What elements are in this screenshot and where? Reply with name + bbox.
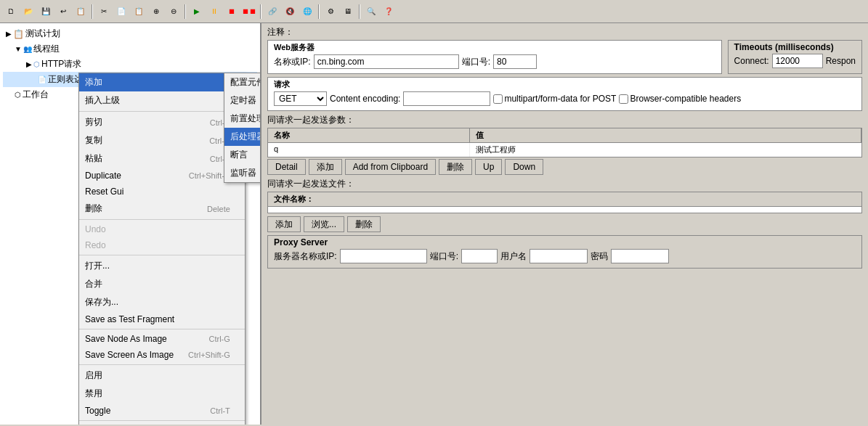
add-submenu-timer[interactable]: 定时器 ▶: [224, 91, 261, 110]
menu-save-fragment[interactable]: Save as Test Fragment: [79, 311, 245, 327]
toolbar-run-stop[interactable]: ⏸: [206, 4, 222, 20]
browser-compat-checkbox[interactable]: [619, 94, 628, 104]
toolbar-paste[interactable]: 📋: [131, 4, 147, 20]
proxy-port-input[interactable]: [461, 249, 498, 263]
menu-reset-gui[interactable]: Reset Gui: [79, 184, 245, 200]
proxy-server-input[interactable]: [340, 249, 427, 263]
param-row-1: q 测试工程师: [268, 143, 861, 157]
browse-file-btn[interactable]: 浏览...: [304, 216, 344, 232]
proxy-title: Proxy Server: [274, 237, 856, 247]
menu-disable[interactable]: 禁用: [79, 385, 245, 403]
toolbar-stop-all[interactable]: ⏹⏹: [241, 4, 257, 20]
sep1: [79, 111, 245, 112]
toolbar-revert[interactable]: ↩: [55, 4, 71, 20]
add-submenu-assertion[interactable]: 断言 ▶: [224, 146, 261, 164]
name-ip-label: 名称或IP:: [274, 56, 311, 68]
add-submenu-timer-label: 定时器: [230, 94, 256, 107]
tree-arrow3-icon: ▶: [26, 60, 32, 68]
toolbar-settings[interactable]: ⚙: [323, 4, 338, 20]
menu-disable-label: 禁用: [85, 388, 102, 400]
toolbar-template[interactable]: 📋: [73, 4, 89, 20]
menu-save-screen-img[interactable]: Save Screen As Image Ctrl+Shift-G: [79, 347, 245, 363]
comment-label: 注释：: [267, 26, 862, 38]
method-select[interactable]: GETPOSTPUTDELETE: [274, 91, 327, 106]
menu-insert-label: 插入上级: [85, 94, 120, 107]
web-server-title: Web服务器: [274, 42, 715, 53]
menu-save-node-img[interactable]: Save Node As Image Ctrl-G: [79, 331, 245, 347]
tree-item-http[interactable]: ▶ ⬡ HTTP请求: [3, 57, 257, 72]
toolbar-expand[interactable]: ⊕: [148, 4, 164, 20]
menu-duplicate[interactable]: Duplicate Ctrl+Shift-C: [79, 168, 245, 184]
proxy-pass-input[interactable]: [611, 249, 669, 263]
menu-saveas[interactable]: 保存为...: [79, 293, 245, 311]
menu-saveas-label: 保存为...: [85, 296, 118, 308]
toolbar-remote-stop[interactable]: 🔇: [282, 4, 298, 20]
web-server-box: Web服务器 名称或IP: 端口号:: [267, 40, 722, 74]
toolbar-collapse[interactable]: ⊖: [166, 4, 182, 20]
tree-arrow-icon: ▶: [6, 30, 12, 38]
menu-merge[interactable]: 合并: [79, 275, 245, 293]
add-submenu-config[interactable]: 配置元件 ▶: [224, 73, 261, 91]
menu-toggle[interactable]: Toggle Ctrl-T: [79, 403, 245, 419]
menu-delete[interactable]: 删除 Delete: [79, 200, 245, 218]
toolbar-cut[interactable]: ✂: [96, 4, 112, 20]
toolbar-spy[interactable]: 🔍: [363, 4, 379, 20]
add-submenu: 配置元件 ▶ 定时器 ▶ 前置处理器 ▶ 后处理器 ▶ 断言 ▶ 监听器 ▶: [224, 73, 261, 183]
menu-cut[interactable]: 剪切 Ctrl-X: [79, 113, 245, 131]
toolbar-new[interactable]: 🗋: [3, 4, 19, 20]
proxy-user-input[interactable]: [530, 249, 588, 263]
toolbar-open[interactable]: 📂: [20, 4, 36, 20]
toolbar-monitor[interactable]: 🖥: [340, 4, 356, 20]
delete-param-btn[interactable]: 删除: [439, 159, 472, 175]
menu-redo-label: Redo: [85, 240, 106, 250]
delete-file-btn[interactable]: 删除: [347, 216, 381, 232]
add-submenu-assertion-label: 断言: [230, 149, 248, 161]
menu-copy[interactable]: 复制 Ctrl-C: [79, 131, 245, 149]
add-from-clipboard-btn[interactable]: Add from Clipboard: [345, 159, 436, 175]
menu-add[interactable]: 添加 ▶: [79, 73, 245, 91]
encoding-input[interactable]: [403, 91, 490, 106]
tree-item-test-plan[interactable]: ▶ 📋 测试计划: [3, 26, 257, 41]
add-submenu-listener-label: 监听器: [230, 167, 256, 179]
add-submenu-listener[interactable]: 监听器 ▶: [224, 164, 261, 182]
sep6: [79, 420, 245, 421]
add-submenu-pre-label: 前置处理器: [230, 112, 261, 125]
add-submenu-post-label: 后处理器: [230, 131, 261, 143]
action-btns-row: Detail 添加 Add from Clipboard 删除 Up Down: [267, 159, 862, 175]
connect-input[interactable]: [772, 54, 823, 68]
add-submenu-pre[interactable]: 前置处理器 ▶: [224, 110, 261, 128]
name-ip-input[interactable]: [314, 54, 459, 69]
menu-help[interactable]: 帮助: [79, 422, 245, 425]
menu-paste-label: 粘贴: [85, 152, 102, 165]
tree-item-thread-group[interactable]: ▼ 👥 线程组: [3, 41, 257, 57]
menu-open[interactable]: 打开...: [79, 257, 245, 275]
up-btn[interactable]: Up: [475, 159, 502, 175]
port-input[interactable]: [493, 54, 537, 69]
menu-enable[interactable]: 启用: [79, 366, 245, 385]
add-submenu-post[interactable]: 后处理器 ▶: [224, 128, 261, 146]
col-name: 名称: [268, 128, 470, 142]
detail-btn[interactable]: Detail: [267, 159, 306, 175]
toolbar: 🗋 📂 💾 ↩ 📋 ✂ 📄 📋 ⊕ ⊖ ▶ ⏸ ⏹ ⏹⏹ 🔗 🔇 🌐 ⚙ 🖥 🔍…: [0, 0, 868, 23]
toolbar-save[interactable]: 💾: [38, 4, 54, 20]
context-menu: 添加 ▶ 插入上级 ▶ 剪切 Ctrl-X 复制 Ctrl-C 粘贴 Ctrl-…: [78, 73, 246, 425]
menu-savefrag-label: Save as Test Fragment: [85, 314, 174, 324]
menu-resetgui-label: Reset Gui: [85, 187, 123, 197]
menu-paste[interactable]: 粘贴 Ctrl-V: [79, 149, 245, 168]
menu-delete-label: 删除: [85, 202, 102, 215]
tree-workbench-label: 工作台: [23, 89, 49, 101]
toolbar-help[interactable]: ❓: [381, 4, 397, 20]
toolbar-remote-all[interactable]: 🌐: [299, 4, 315, 20]
toolbar-stop[interactable]: ⏹: [224, 4, 240, 20]
toolbar-remote[interactable]: 🔗: [264, 4, 280, 20]
toolbar-copy[interactable]: 📄: [113, 4, 129, 20]
params-section: 同请求一起发送参数： 名称 值 q 测试工程师: [267, 114, 862, 157]
add-file-btn[interactable]: 添加: [267, 216, 301, 232]
menu-insert-parent[interactable]: 插入上级 ▶: [79, 91, 245, 110]
down-btn[interactable]: Down: [505, 159, 543, 175]
main-layout: ▶ 📋 测试计划 ▼ 👥 线程组 ▶ ⬡ HTTP请求 📄 正则表达式提取器 ⬡…: [0, 23, 868, 425]
add-param-btn[interactable]: 添加: [309, 159, 342, 175]
menu-cut-label: 剪切: [85, 116, 102, 128]
toolbar-run[interactable]: ▶: [189, 4, 205, 20]
multipart-checkbox[interactable]: [493, 94, 503, 104]
